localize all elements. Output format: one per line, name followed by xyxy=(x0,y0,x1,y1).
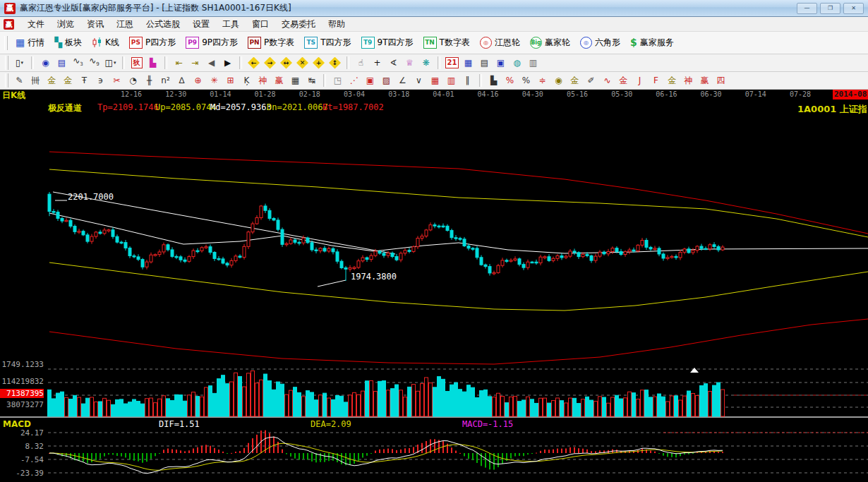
angle-measure-tool[interactable]: ∢ xyxy=(386,56,401,70)
save-tool[interactable]: ▣ xyxy=(493,56,508,70)
j-angle-tool[interactable]: J xyxy=(632,73,647,88)
ying-angle-tool[interactable]: 赢 xyxy=(697,73,712,88)
percent-level-tool[interactable]: ≑ xyxy=(535,73,550,88)
p-number-table[interactable]: PNP数字表 xyxy=(243,35,299,50)
candle-style-dropdown[interactable]: ◫▾ xyxy=(103,56,118,70)
wave-count-3[interactable]: ∿3 xyxy=(71,56,85,70)
menu-item-9[interactable]: 交易委托 xyxy=(275,18,322,30)
k-mark-tool[interactable]: Ķ xyxy=(239,73,254,88)
menu-item-1[interactable]: 文件 xyxy=(21,18,51,30)
info-list[interactable]: ▤ xyxy=(54,56,69,70)
brush-tool[interactable]: ✐ xyxy=(584,73,598,88)
shen-tool[interactable]: 神 xyxy=(255,73,270,88)
parallel-lines-tool[interactable]: ‖ xyxy=(460,73,475,88)
percent-tool[interactable]: % xyxy=(519,73,534,88)
menu-item-6[interactable]: 设置 xyxy=(186,18,216,30)
gold-slope-tool[interactable]: 金 xyxy=(665,73,680,88)
menu-item-7[interactable]: 工具 xyxy=(216,18,246,30)
toolbar-grip-3[interactable] xyxy=(5,73,8,88)
gold-section-b-tool[interactable]: 金 xyxy=(61,73,76,88)
toolbar-grip[interactable] xyxy=(4,36,8,50)
gann-wheel[interactable]: ◎江恩轮 xyxy=(475,35,525,50)
n-square-tool[interactable]: n² xyxy=(158,73,173,88)
wave-count-9[interactable]: ∿9 xyxy=(87,56,102,70)
gold-circle-tool[interactable]: ◉ xyxy=(551,73,566,88)
winner-wheel[interactable]: Big赢家轮 xyxy=(525,35,575,50)
gann-circle-tool[interactable]: ⊕ xyxy=(191,73,205,88)
expand-horizontal-diamond[interactable]: ↔ xyxy=(279,56,294,70)
menu-item-3[interactable]: 资讯 xyxy=(80,18,110,30)
compress-diamond[interactable]: ✕ xyxy=(295,56,310,70)
kline-view[interactable]: K线 xyxy=(87,35,124,50)
knife-tool[interactable]: ✂ xyxy=(109,73,124,88)
9t-square[interactable]: T99T四方形 xyxy=(356,35,418,50)
gold-angle-tool[interactable]: 金 xyxy=(616,73,631,88)
crown-tool[interactable]: ♕ xyxy=(402,56,417,70)
close-button[interactable]: ✕ xyxy=(843,3,864,14)
fan-lines-tool[interactable]: ⋰ xyxy=(346,73,361,88)
si-angle-tool[interactable]: 四 xyxy=(713,73,728,88)
menu-item-4[interactable]: 江恩 xyxy=(110,18,140,30)
window-titlebar[interactable]: 赢 赢家江恩专业版[赢家内部服务平台] - [上证指数 SH1A0001-167… xyxy=(0,0,868,17)
market-quotes[interactable]: ▦行情 xyxy=(11,35,49,50)
grid-box-tool[interactable]: ⊞ xyxy=(223,73,238,88)
candle-period-dropdown[interactable]: ▯▾ xyxy=(12,56,27,70)
scroll-right-diamond[interactable]: → xyxy=(263,56,277,70)
spiral-box-tool[interactable]: ▣ xyxy=(363,73,378,88)
fit-all-diamond[interactable]: ↕ xyxy=(327,56,342,70)
first-screen[interactable]: ⇤ xyxy=(171,56,186,70)
menu-item-8[interactable]: 窗口 xyxy=(246,18,275,30)
9p-square[interactable]: P99P四方形 xyxy=(181,35,243,50)
star-web-tool[interactable]: ✳ xyxy=(207,73,222,88)
minimize-button[interactable]: — xyxy=(797,3,817,14)
scroll-left-diamond[interactable]: ← xyxy=(246,56,261,70)
last-screen[interactable]: ⇥ xyxy=(188,56,203,70)
next-screen[interactable]: ▶ xyxy=(220,56,235,70)
menu-item-10[interactable]: 帮助 xyxy=(322,18,351,30)
price-volume-profile[interactable]: ▙ xyxy=(145,56,160,70)
pan-hand-tool[interactable]: ☝ xyxy=(354,56,368,70)
remote-assist-tool[interactable]: ▥ xyxy=(526,56,541,70)
pattern-scan-tool[interactable]: ❋ xyxy=(418,56,433,70)
gold-line-tool[interactable]: 金 xyxy=(567,73,582,88)
sketch-overlay[interactable]: ◉ xyxy=(38,56,53,70)
gann-hash-tool[interactable]: 卌 xyxy=(28,73,43,88)
sector-blocks[interactable]: ▚板块 xyxy=(49,35,87,50)
maximize-button[interactable]: ❐ xyxy=(820,3,840,14)
red-grid-tool[interactable]: ▦ xyxy=(428,73,442,88)
t-number-table[interactable]: TNT数字表 xyxy=(418,35,475,50)
chart-canvas[interactable] xyxy=(0,90,868,482)
percent-line-tool[interactable]: % xyxy=(502,73,517,88)
calendar-tool[interactable]: 21 xyxy=(445,56,459,70)
menu-item-5[interactable]: 公式选股 xyxy=(140,18,186,30)
net-update-tool[interactable]: ◍ xyxy=(510,56,524,70)
expand-diamond[interactable]: + xyxy=(311,56,326,70)
menu-item-2[interactable]: 浏览 xyxy=(51,18,80,30)
toolbar-grip-2[interactable] xyxy=(5,56,8,70)
diagonal-box-tool[interactable]: ▨ xyxy=(379,73,394,88)
spiral-tool[interactable]: ϶ xyxy=(93,73,108,88)
small-hash-tool[interactable]: ╫ xyxy=(142,73,157,88)
span-arrows-tool[interactable]: ↹ xyxy=(304,73,319,88)
grid-123-tool[interactable]: ▦ xyxy=(288,73,303,88)
mirror-tool[interactable]: ∆ xyxy=(174,73,189,88)
angle-fan-tool[interactable]: ∠ xyxy=(395,73,410,88)
shen-angle-tool[interactable]: 神 xyxy=(681,73,696,88)
red-grid-2-tool[interactable]: ▥ xyxy=(444,73,459,88)
f-angle-tool[interactable]: F xyxy=(649,73,663,88)
t-square[interactable]: TST四方形 xyxy=(299,35,356,50)
ying-tool[interactable]: 赢 xyxy=(272,73,287,88)
gold-section-a-tool[interactable]: 金 xyxy=(44,73,59,88)
side-histogram-tool[interactable]: ▙ xyxy=(486,73,501,88)
crosshair-tool[interactable]: + xyxy=(370,56,385,70)
wave-line-tool[interactable]: ∿ xyxy=(600,73,615,88)
calculator-tool[interactable]: ▦ xyxy=(461,56,476,70)
f-measure-tool[interactable]: Ŧ xyxy=(77,73,92,88)
chip-distribution[interactable]: 狄 xyxy=(129,56,144,70)
p-square[interactable]: PSP四方形 xyxy=(124,35,181,50)
hexagon-tool[interactable]: ◎六角形 xyxy=(575,35,625,50)
time-cycle-tool[interactable]: ◔ xyxy=(126,73,140,88)
wave-v-tool[interactable]: ∨ xyxy=(411,73,426,88)
winner-service[interactable]: $赢家服务 xyxy=(625,35,679,50)
memo-tool[interactable]: ▤ xyxy=(477,56,492,70)
